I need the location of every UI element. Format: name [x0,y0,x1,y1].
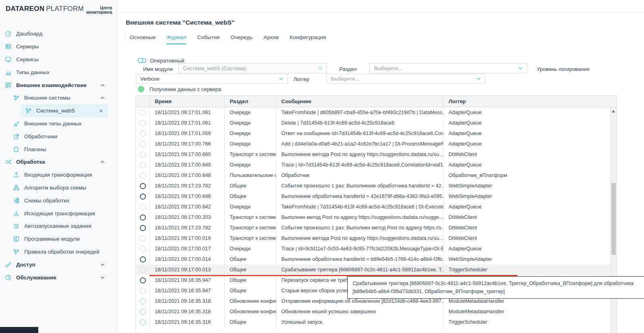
chevron-up-icon[interactable] [100,159,105,164]
table-row[interactable]: 18/11/2021 09:17:00.014ОбщееВыполнение о… [136,254,610,264]
row-marker-icon[interactable] [140,288,146,294]
section-placeholder: Выберите... [374,65,403,71]
sidebar-item-external-data-types[interactable]: Внешние типы данных [0,117,116,130]
sidebar-item-outgoing-transformation[interactable]: Исходящая трансформация [0,207,116,220]
sidebar-item-external-systems[interactable]: Внешние системы [0,92,116,104]
table-row[interactable]: 18/11/2021 09:16:35.316ОбщееУспешный зап… [136,317,610,327]
sidebar-item-program-modules[interactable]: Программные модули [0,233,116,246]
table-row[interactable]: 18/11/2021 09:17:01.061ОчередиDelete | 7… [136,118,610,128]
row-marker-icon[interactable] [140,110,146,116]
sidebar-item-services[interactable]: Сервисы [0,53,116,66]
sidebar-item-data-types[interactable]: Типы данных [0,66,116,79]
sidebar-item-access[interactable]: Доступ [0,258,116,271]
cell-marker [136,296,150,306]
sidebar-item-schema-algorithm[interactable]: Алгоритм выбора схемы [0,181,116,194]
table-row[interactable]: 18/11/2021 09:17:00.013ОбщееСрабатывание… [136,264,610,275]
sidebar-item-servers[interactable]: Серверы [0,40,116,53]
table-row[interactable]: 18/11/2021 09:17:00.648Пользовательские … [136,170,610,181]
table-row[interactable]: 18/11/2021 09:17:00.649ОчередиTrace | Id… [136,160,610,170]
sidebar-item-autorun-tasks[interactable]: Автозапускаемые задания [0,220,116,233]
row-marker-icon[interactable] [140,225,146,231]
chevron-up-icon[interactable] [100,83,105,88]
sidebar-item-handlers[interactable]: Обработчики [0,130,116,143]
row-marker-icon[interactable] [140,194,146,200]
log-level-select[interactable]: Verbose [136,74,288,84]
row-marker-icon[interactable] [140,131,146,137]
row-marker-icon[interactable] [140,298,146,304]
chevron-down-icon[interactable] [100,262,105,267]
table-row[interactable]: 18/11/2021 09:17:01.059ОчередиОтвет на с… [136,128,610,139]
row-marker-icon[interactable] [140,183,146,189]
row-marker-icon[interactable] [140,204,146,210]
sidebar-item-sistema-webs[interactable]: Система_webS× [21,104,108,117]
tab-main[interactable]: Основные [130,34,156,44]
sidebar-item-external-interaction[interactable]: Внешнее взаимодействие [0,79,116,92]
chevron-up-icon[interactable] [100,95,105,100]
row-marker-icon[interactable] [140,120,146,126]
row-marker-icon[interactable] [140,162,146,168]
table-row[interactable]: 18/11/2021 09:17:00.642ОчередиTakeFromNo… [136,202,610,212]
table-scrollbar[interactable] [610,107,616,333]
sidebar-item-label: Обработка [16,159,45,165]
logger-select[interactable]: Выберите... [326,74,485,84]
close-icon[interactable]: × [99,108,103,114]
row-marker-icon[interactable] [140,319,146,325]
table-row[interactable]: 18/11/2021 09:17:01.061ОчередиTakeFromNo… [136,107,610,118]
chevron-down-icon[interactable] [100,275,105,280]
cell-section: Транспорт к системе [225,223,276,233]
row-marker-icon[interactable] [140,267,146,273]
toggle-icon[interactable] [137,57,147,64]
table-row[interactable]: 18/11/2021 09:17:00.017ОчередиTrace | Id… [136,244,610,254]
section-select[interactable]: Выберите... [370,63,527,73]
cell-time: 18/11/2021 09:17:00.649 [150,160,225,170]
cell-time: 18/11/2021 09:17:00.019 [150,233,225,244]
table-row[interactable]: 18/11/2021 09:17:00.660Транспорт к систе… [136,149,610,160]
row-marker-icon[interactable] [140,256,146,262]
tab-configuration[interactable]: Конфигурация [290,34,326,44]
sidebar-item-plugins[interactable]: Плагины [0,143,116,156]
cell-logger: AdapterQueue [444,160,610,170]
tab-queue[interactable]: Очередь [231,34,253,44]
maintenance-icon [5,274,12,281]
row-marker-icon[interactable] [140,246,146,252]
column-header-section[interactable]: Раздел [225,96,276,107]
module-name-select[interactable]: Система_webS (Система) [179,63,327,73]
sidebar-item-dashboard[interactable]: Дашбоард [0,27,116,40]
table-row[interactable]: 18/11/2021 09:17:23.782ОбщееСобытие прои… [136,181,610,191]
sidebar-item-processing[interactable]: Обработка [0,156,116,169]
table-row[interactable]: 18/11/2021 09:17:00.646ОбщееВыполнение о… [136,191,610,202]
tab-archive[interactable]: Архив [264,34,279,44]
cell-section: Обновление конфигурации [225,296,276,306]
incoming-transformation-icon [13,171,20,179]
sidebar-item-label: Входящая трансформация [24,172,92,178]
table-row[interactable]: 18/11/2021 09:17:00.203Транспорт к систе… [136,212,610,223]
table-row[interactable]: 18/11/2021 09:17:00.019Транспорт к систе… [136,233,610,244]
row-marker-icon[interactable] [140,235,146,241]
row-marker-icon[interactable] [140,141,146,147]
column-header-message[interactable]: Сообщение [276,96,444,107]
sidebar-item-processing-schemas[interactable]: Схемы обработки [0,194,116,207]
sidebar-item-label: Система_webS [36,108,75,114]
table-row[interactable]: 18/11/2021 09:17:23.782Транспорт к систе… [136,223,610,233]
scrollbar-thumb[interactable] [611,183,616,255]
row-marker-icon[interactable] [140,309,146,315]
sidebar-item-incoming-transformation[interactable]: Входящая трансформация [0,169,116,181]
tab-journal[interactable]: Журнал [166,34,186,44]
scrollbar-up-arrow-icon[interactable] [612,110,615,112]
column-header-time[interactable]: Время [150,96,225,107]
cell-marker [136,107,150,118]
autorun-tasks-icon [13,223,20,230]
sidebar-item-label: Плагины [24,146,46,152]
row-marker-icon[interactable] [140,152,146,158]
table-row[interactable]: 18/11/2021 09:17:00.766ОчередиAdd | d34e… [136,139,610,149]
row-marker-icon[interactable] [140,277,146,283]
row-marker-icon[interactable] [140,173,146,179]
row-marker-icon[interactable] [140,214,146,221]
column-header-logger[interactable]: Логгер [444,96,616,107]
sidebar-item-queue-rules[interactable]: Правила обработки очередей [0,246,116,258]
cell-time: 18/11/2021 09:17:01.061 [150,107,225,118]
table-row[interactable]: 18/11/2021 09:16:35.318Обновление конфиг… [136,306,610,317]
dashboard-icon [5,30,12,37]
sidebar-item-maintenance[interactable]: Обслуживание [0,271,116,284]
tab-events[interactable]: События [197,34,220,44]
